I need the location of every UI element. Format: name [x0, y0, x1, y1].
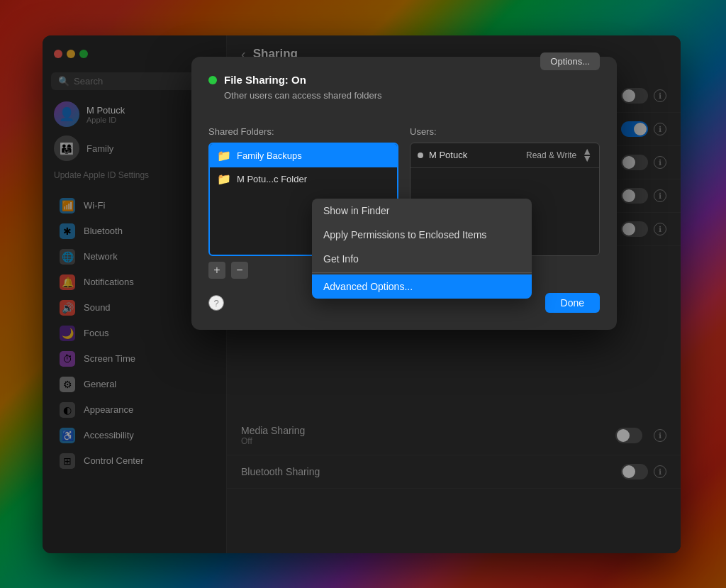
user-status-dot — [418, 152, 423, 158]
folder-icon: 📁 — [217, 149, 231, 162]
ctx-show-finder[interactable]: Show in Finder — [312, 199, 532, 223]
modal-subtitle: Other users can access shared folders — [224, 90, 382, 101]
add-folder-button[interactable]: + — [208, 262, 225, 279]
folder-name: Family Backups — [237, 150, 302, 161]
folder-icon-2: 📁 — [217, 172, 231, 186]
folder-item-mpotu[interactable]: 📁 M Potu...c Folder — [210, 167, 397, 191]
user-row-name: M Potuck — [429, 150, 467, 160]
status-dot — [208, 76, 217, 84]
help-button[interactable]: ? — [208, 295, 224, 311]
done-button[interactable]: Done — [545, 293, 600, 313]
user-permission: Read & Write — [526, 150, 576, 160]
shared-folders-header: Shared Folders: — [208, 126, 398, 137]
modal-title: File Sharing: On — [224, 74, 306, 86]
options-button[interactable]: Options... — [540, 52, 600, 70]
context-menu: Show in Finder Apply Permissions to Encl… — [312, 199, 532, 299]
ctx-divider — [312, 272, 532, 273]
permission-arrows[interactable]: ▲ ▼ — [582, 148, 592, 162]
ctx-apply-perms[interactable]: Apply Permissions to Enclosed Items — [312, 223, 532, 247]
modal-header: File Sharing: On — [208, 74, 382, 86]
remove-folder-button[interactable]: − — [231, 262, 248, 279]
ctx-advanced-options[interactable]: Advanced Options... — [312, 274, 532, 299]
folder-item-family-backups[interactable]: 📁 Family Backups — [210, 144, 397, 167]
ctx-get-info[interactable]: Get Info — [312, 247, 532, 271]
user-row[interactable]: M Potuck Read & Write ▲ ▼ — [411, 143, 599, 168]
folder-name-2: M Potu...c Folder — [237, 174, 307, 184]
users-header: Users: — [410, 126, 600, 137]
